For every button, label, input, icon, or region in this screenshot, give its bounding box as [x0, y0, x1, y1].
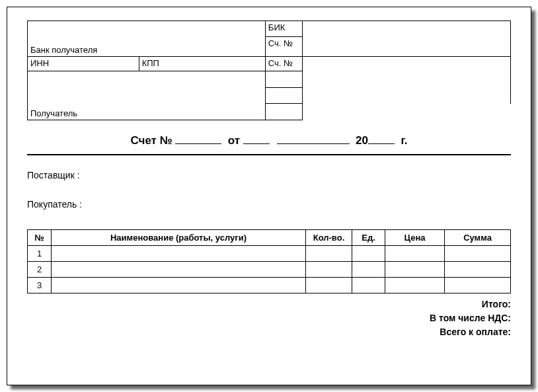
header-unit: Ед. [352, 230, 385, 246]
cell-num: 2 [28, 262, 52, 278]
items-header-row: № Наименование (работы, услуги) Кол-во. … [28, 230, 511, 246]
table-row: 1 [28, 246, 511, 262]
cell-sum [445, 246, 511, 262]
bank-recipient-cell: Банк получателя [28, 21, 266, 57]
subtotal-line: Итого: [27, 297, 511, 311]
header-name: Наименование (работы, услуги) [52, 230, 306, 246]
buyer-line: Покупатель : [27, 199, 511, 210]
buyer-label: Покупатель : [27, 199, 82, 210]
vat-line: В том числе НДС: [27, 311, 511, 325]
total-line: Всего к оплате: [27, 325, 511, 339]
cell-name [52, 246, 306, 262]
cell-unit [352, 246, 385, 262]
table-row: 2 [28, 262, 511, 278]
invoice-month-blank [277, 134, 350, 144]
account-value-top [303, 57, 511, 88]
recipient-cell: Получатель [28, 71, 266, 120]
invoice-day-blank [243, 134, 270, 144]
recipient-label: Получатель [30, 108, 262, 118]
title-prefix: Счет № [130, 134, 172, 147]
kpp-cell: КПП [139, 57, 265, 71]
bank-recipient-label: Банк получателя [30, 45, 262, 55]
title-underline [27, 154, 511, 155]
invoice-number-blank [175, 134, 221, 144]
blank-mini-3 [265, 104, 302, 120]
cell-qty [306, 262, 352, 278]
invoice-year-blank [368, 134, 395, 144]
supplier-label: Поставщик : [27, 170, 80, 180]
title-from: от [228, 134, 240, 147]
invoice-title: Счет № от 20 г. [27, 134, 511, 153]
cell-num: 3 [28, 278, 52, 294]
cell-sum [445, 262, 511, 278]
title-year-prefix: 20 [356, 134, 368, 147]
cell-sum [445, 278, 511, 294]
supplier-line: Поставщик : [27, 170, 511, 180]
cell-price [385, 246, 445, 262]
cell-qty [306, 278, 352, 294]
total-label: Всего к оплате: [440, 327, 511, 337]
header-qty: Кол-во. [306, 230, 352, 246]
bank-details-table: Банк получателя БИК Сч. № ИНН КПП Сч. № … [27, 20, 511, 120]
items-table: № Наименование (работы, услуги) Кол-во. … [27, 229, 511, 294]
header-price: Цена [385, 230, 445, 246]
account-value-mid [303, 87, 511, 104]
cell-num: 1 [28, 246, 52, 262]
cell-name [52, 262, 306, 278]
inn-cell: ИНН [28, 57, 139, 71]
vat-label: В том числе НДС: [430, 313, 511, 323]
blank-mini-1 [265, 71, 302, 88]
account-label-cell: Сч. № [265, 57, 302, 71]
table-row: 3 [28, 278, 511, 294]
cell-unit [352, 262, 385, 278]
kpp-label: КПП [142, 58, 159, 68]
cell-qty [306, 246, 352, 262]
bank-account-label-cell: Сч. № [265, 37, 302, 57]
blank-mini-2 [265, 87, 302, 104]
subtotal-label: Итого: [482, 299, 511, 309]
cell-unit [352, 278, 385, 294]
header-num: № [28, 230, 52, 246]
header-sum: Сумма [445, 230, 511, 246]
title-year-suffix: г. [401, 134, 407, 147]
cell-price [385, 262, 445, 278]
bik-value-cell [303, 21, 511, 57]
inn-label: ИНН [30, 58, 49, 68]
account-value-bot [303, 104, 511, 120]
cell-name [52, 278, 306, 294]
bik-label-cell: БИК [265, 21, 302, 37]
totals-block: Итого: В том числе НДС: Всего к оплате: [27, 297, 511, 339]
cell-price [385, 278, 445, 294]
invoice-document: Банк получателя БИК Сч. № ИНН КПП Сч. № … [7, 7, 531, 385]
